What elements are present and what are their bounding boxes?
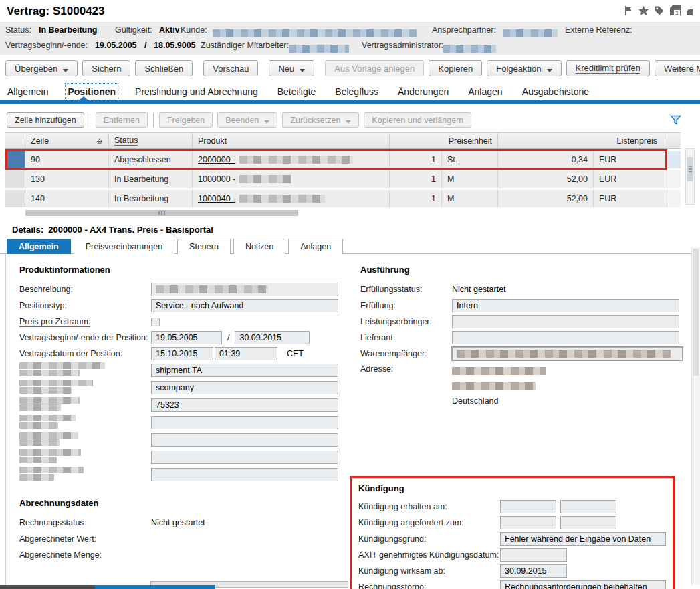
field-label: Abgerechneter Wert: [19, 534, 151, 544]
details-tab-allgemein[interactable]: Allgemein [7, 239, 71, 254]
zeile-hinzufuegen-button[interactable]: Zeile hinzufügen [7, 112, 84, 128]
field-vertragszeitraum-position: Vertragsbeginn/-ende der Position: 19.05… [19, 330, 350, 346]
details-tab-preisvereinbarungen[interactable]: Preisvereinbarungen [74, 239, 174, 254]
row-selector-cell[interactable] [5, 190, 25, 207]
scrollbar-thumb[interactable] [693, 249, 699, 376]
tab-aenderungen[interactable]: Änderungen [397, 85, 449, 98]
flag-icon[interactable] [623, 5, 633, 19]
custom-input-6[interactable] [151, 451, 338, 464]
uebergeben-button[interactable]: Übergeben [5, 60, 78, 76]
warenempfaenger-input[interactable] [452, 347, 683, 360]
status-label[interactable]: Status: [5, 25, 31, 35]
erfuellung-input[interactable]: Intern [452, 299, 679, 312]
column-header-status[interactable]: Status [109, 133, 193, 148]
field-label: Lieferant: [360, 333, 452, 342]
sichern-button[interactable]: Sichern [82, 60, 130, 76]
tab-positionen[interactable]: Positionen [67, 85, 116, 98]
tab-beteiligte[interactable]: Beteiligte [277, 85, 317, 98]
cell-listenpreis: 52,00 [498, 170, 594, 188]
freigeben-button: Freigeben [159, 112, 213, 128]
axit-kuendigungsdatum-input[interactable] [500, 548, 567, 562]
vertragsdatum-time-input[interactable]: 01:39 [215, 347, 277, 360]
custom-input-3[interactable]: 75323 [151, 398, 338, 412]
tab-preisfindung-und-abrechnung[interactable]: Preisfindung und Abrechnung [134, 85, 259, 98]
row-selector-cell[interactable] [5, 151, 25, 168]
cell-status: Abgeschlossen [109, 151, 193, 168]
position-start-date-input[interactable]: 19.05.2005 [151, 331, 222, 344]
custom-input-5[interactable] [151, 433, 338, 447]
table-horizontal-scrollbar[interactable] [5, 209, 681, 217]
cell-preiseinheit: M [442, 170, 498, 188]
neu-button[interactable]: Neu [269, 60, 314, 76]
kuendigung-angefordert-date-input[interactable] [500, 516, 556, 529]
validity-label: Gültigkeit: [115, 25, 152, 35]
attachment-corner-icon[interactable] [686, 7, 693, 19]
tag-icon[interactable] [654, 5, 665, 19]
notes-count-icon[interactable]: 1 [669, 5, 681, 19]
table-vertical-scrollbar[interactable] [685, 148, 695, 205]
tab-anlagen[interactable]: Anlagen [467, 85, 503, 98]
details-tab-anlagen[interactable]: Anlagen [288, 239, 343, 254]
kuendigungsgrund-input[interactable]: Fehler während der Eingabe von Daten [500, 532, 666, 546]
column-header-produkt[interactable]: Produkt [193, 133, 390, 148]
vorschau-button[interactable]: Vorschau [203, 60, 258, 76]
kuendigung-erhalten-date-input[interactable] [500, 500, 556, 513]
tab-ausgabehistorie[interactable]: Ausgabehistorie [521, 85, 590, 98]
bottom-scrollbar-track[interactable] [0, 585, 95, 589]
scrollbar-thumb[interactable] [687, 157, 693, 181]
bottom-scrollbar-thumb[interactable] [95, 585, 215, 589]
schliessen-button[interactable]: Schließen [135, 60, 193, 76]
lieferant-input[interactable] [452, 331, 679, 344]
tab-belegfluss[interactable]: Belegfluss [334, 85, 379, 98]
product-link[interactable]: 1000040 - [198, 194, 235, 203]
sort-ascending-icon[interactable] [92, 138, 103, 144]
table-row[interactable]: 90 Abgeschlossen 2000000 - 1 St. 0,34 EU… [5, 151, 681, 168]
kuendigung-angefordert-time-input[interactable] [560, 516, 616, 529]
custom-input-1[interactable]: shipment TA [151, 364, 338, 377]
position-end-date-input[interactable]: 30.09.2015 [235, 331, 310, 344]
leistungserbringer-input[interactable] [452, 315, 679, 328]
preis-pro-zeitraum-checkbox[interactable] [151, 318, 160, 326]
details-vertical-scrollbar[interactable] [691, 247, 700, 585]
positionstyp-input[interactable]: Service - nach Aufwand [151, 299, 338, 312]
kreditlimit-pruefen-button[interactable]: Kreditlimit prüfen [566, 60, 651, 76]
positions-table-header: Zeile Status Produkt Preiseinheit Listen… [5, 132, 681, 149]
details-tab-steuern[interactable]: Steuern [177, 239, 231, 254]
filter-icon[interactable] [670, 115, 681, 125]
favorite-star-icon[interactable] [638, 5, 649, 19]
contract-start-date: 19.05.2005 [95, 41, 137, 50]
section-abrechnungsdaten: Abrechnungsdaten [19, 498, 350, 508]
redacted-field-label [19, 362, 151, 379]
table-row[interactable]: 130 In Bearbeitung 1000000 - 1 M 52,00 E… [5, 170, 681, 188]
svg-text:1: 1 [675, 10, 678, 16]
product-link[interactable]: 1000000 - [198, 174, 235, 184]
tab-allgemein[interactable]: Allgemein [7, 85, 49, 98]
folgeaktion-button[interactable]: Folgeaktion [487, 60, 561, 76]
column-header-zeile[interactable]: Zeile [25, 133, 109, 148]
rechnungsstorno-input[interactable]: Rechnungsanforderungen beibehalten [500, 580, 666, 589]
address-country: Deutschland [452, 394, 546, 409]
column-header-preiseinheit[interactable]: Preiseinheit [390, 133, 498, 148]
weitere-moeglichkeiten-button[interactable]: Weitere Möglichkeiten [655, 60, 700, 76]
custom-input-7[interactable] [151, 468, 338, 481]
administrator-label: Vertragsadministrator: [362, 41, 443, 50]
row-selector-cell[interactable] [5, 170, 25, 188]
kuendigung-erhalten-time-input[interactable] [560, 500, 616, 513]
toolbar-separator [90, 113, 90, 128]
field-kuendigung-wirksam: Kündigung wirksam ab: 30.09.2015 [358, 563, 666, 579]
beschreibung-input[interactable] [151, 283, 338, 296]
custom-input-4[interactable] [151, 416, 338, 429]
cell-status: In Bearbeitung [109, 190, 193, 207]
product-link[interactable]: 2000000 - [198, 155, 235, 164]
table-row[interactable]: 140 In Bearbeitung 1000040 - 1 M 52,00 E… [5, 190, 681, 207]
field-label: Rechnungsstatus: [19, 518, 151, 527]
column-header-listenpreis[interactable]: Listenpreis [498, 133, 667, 148]
field-label: Kündigung erhalten am: [358, 502, 500, 511]
scrollbar-thumb[interactable] [25, 210, 298, 216]
vertragsdatum-date-input[interactable]: 15.10.2015 [151, 347, 213, 360]
kopieren-button[interactable]: Kopieren [429, 60, 482, 76]
field-vertragsdatum-position: Vertragsdatum der Position: 15.10.2015 0… [19, 346, 350, 362]
kuendigung-wirksam-input[interactable]: 30.09.2015 [500, 564, 567, 578]
custom-input-2[interactable]: scompany [151, 381, 338, 394]
details-tab-notizen[interactable]: Notizen [233, 239, 285, 254]
